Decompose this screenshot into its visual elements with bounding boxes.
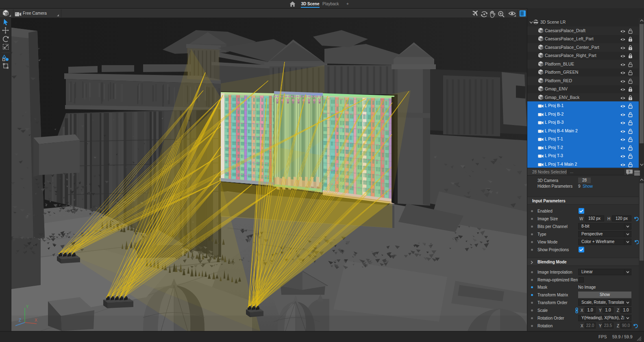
- svg-text:?: ?: [628, 170, 631, 174]
- svg-text:Y: Y: [26, 305, 29, 309]
